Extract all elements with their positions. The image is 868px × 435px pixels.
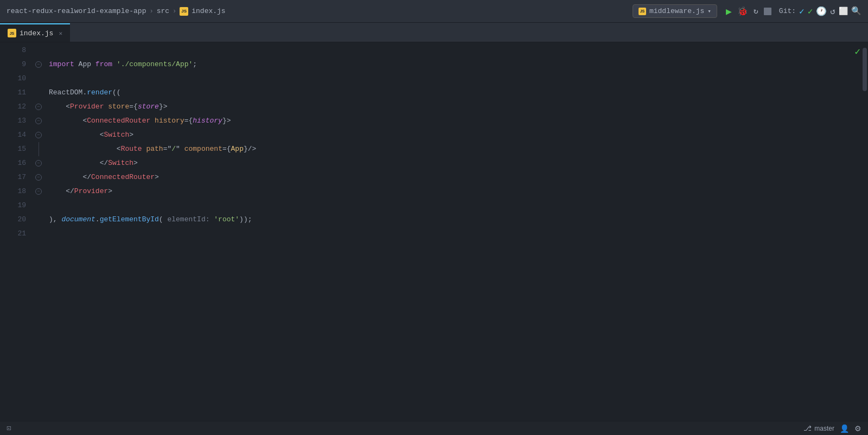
fold-icon-18[interactable]: −: [35, 188, 42, 195]
run-button[interactable]: ▶: [726, 5, 732, 17]
line-num-16: 16: [0, 156, 26, 170]
chevron-icon-2: ›: [173, 8, 176, 15]
toolbar-icons: ▶ 🐞 ↻: [726, 5, 771, 17]
stop-button[interactable]: [764, 8, 771, 15]
method-getelementbyid: getElementById: [100, 213, 159, 227]
fold-icon-12[interactable]: −: [35, 104, 42, 110]
code-line-15: < Route path =" / " component ={ App }/>: [44, 142, 861, 156]
dropdown-filename: middleware.js: [649, 7, 704, 15]
project-name: react-redux-realworld-example-app: [7, 7, 146, 15]
dropdown-js-icon: JS: [639, 8, 646, 15]
git-search-icon[interactable]: 🔍: [851, 6, 861, 16]
fold-gutter: − − − − − − −: [33, 42, 44, 421]
line-num-19: 19: [0, 199, 26, 213]
string-slash: /: [171, 142, 176, 156]
code-line-20: ), document . getElementById ( elementId…: [44, 213, 861, 227]
title-filename: index.js: [192, 7, 225, 15]
fold-icon-14[interactable]: −: [35, 132, 42, 138]
line-num-13: 13: [0, 114, 26, 128]
fold-icon-13[interactable]: −: [35, 118, 42, 124]
string-components-app: './components/App': [117, 57, 193, 72]
attr-path: path: [146, 142, 163, 156]
method-render: render: [87, 86, 112, 100]
line-num-10: 10: [0, 72, 26, 86]
fold-gutter-15: [33, 142, 44, 156]
status-bar-left: ⊡: [7, 424, 11, 433]
js-file-icon: JS: [180, 7, 188, 16]
scrollbar-thumb[interactable]: [863, 48, 867, 91]
code-line-16: </ Switch >: [44, 156, 861, 170]
fold-gutter-16[interactable]: −: [33, 156, 44, 170]
status-bar: ⊡ ⎇ master 👤 ⚙: [0, 421, 868, 435]
code-line-10: [44, 72, 861, 86]
branch-name: master: [814, 425, 834, 432]
settings-icon[interactable]: ⚙: [854, 424, 861, 433]
reload-button[interactable]: ↻: [754, 6, 758, 16]
attr-store: store: [108, 100, 129, 114]
dropdown-arrow-icon: ▾: [707, 8, 711, 15]
attr-value-store: store: [138, 100, 159, 114]
keyword-from: from: [95, 57, 112, 72]
line-num-20: 20: [0, 213, 26, 227]
fold-gutter-12[interactable]: −: [33, 100, 44, 114]
code-line-11: ReactDOM . render ((: [44, 86, 861, 100]
param-elementid: elementId:: [167, 213, 209, 227]
line-num-15: 15: [0, 142, 26, 156]
tab-js-icon: JS: [8, 29, 16, 37]
tag-route: Route: [121, 142, 142, 156]
scrollbar-track[interactable]: [861, 42, 868, 421]
attr-component: component: [184, 142, 222, 156]
code-line-8: [44, 43, 861, 57]
classname-app: App: [231, 142, 244, 156]
code-line-13: < ConnectedRouter history ={ history }>: [44, 114, 861, 128]
file-switcher-dropdown[interactable]: JS middleware.js ▾: [633, 4, 717, 18]
fold-icon-9[interactable]: −: [35, 61, 42, 68]
line-num-18: 18: [0, 184, 26, 199]
git-check-green-icon: ✓: [808, 6, 813, 17]
code-line-12: < Provider store ={ store }>: [44, 100, 861, 114]
code-line-17: </ ConnectedRouter >: [44, 170, 861, 184]
tab-index-js[interactable]: JS index.js ✕: [0, 23, 70, 42]
chevron-icon-1: ›: [149, 8, 153, 15]
branch-icon: ⎇: [803, 424, 812, 432]
git-check-blue-icon: ✓: [799, 6, 805, 17]
code-line-18: </ Provider >: [44, 184, 861, 199]
code-line-19: [44, 199, 861, 213]
fold-icon-16[interactable]: −: [35, 160, 42, 167]
fold-gutter-13[interactable]: −: [33, 114, 44, 128]
user-icon[interactable]: 👤: [840, 424, 849, 433]
layout-icon[interactable]: ⊡: [7, 424, 11, 433]
code-line-9: import App from './components/App' ;: [44, 57, 861, 72]
line-num-9: 9: [0, 57, 26, 72]
fold-icon-17[interactable]: −: [35, 174, 42, 181]
method-document: document: [61, 213, 95, 227]
debug-button[interactable]: 🐞: [737, 6, 748, 17]
git-corner-checkmark: ✓: [854, 46, 860, 57]
tag-provider: Provider: [70, 100, 104, 114]
fold-vline-15: [39, 142, 39, 156]
git-clock-icon[interactable]: 🕐: [816, 6, 827, 17]
attr-history: history: [155, 114, 184, 128]
git-undo-icon[interactable]: ↺: [830, 6, 835, 17]
status-bar-right: ⎇ master 👤 ⚙: [803, 424, 861, 433]
fold-gutter-18[interactable]: −: [33, 184, 44, 199]
fold-gutter-17[interactable]: −: [33, 170, 44, 184]
git-branch-status[interactable]: ⎇ master: [803, 424, 834, 432]
fold-gutter-14[interactable]: −: [33, 128, 44, 142]
fold-gutter-11: [33, 86, 44, 100]
tag-switch-close: Switch: [108, 156, 133, 170]
code-content: import App from './components/App' ; Rea…: [44, 42, 861, 421]
tab-bar: JS index.js ✕: [0, 23, 868, 42]
fold-gutter-10: [33, 72, 44, 86]
keyword-import: import: [49, 57, 74, 72]
line-num-14: 14: [0, 128, 26, 142]
git-label: Git:: [779, 7, 796, 15]
line-num-11: 11: [0, 86, 26, 100]
src-label: src: [157, 7, 169, 15]
fold-gutter-9[interactable]: −: [33, 57, 44, 72]
fold-gutter-19: [33, 199, 44, 213]
git-window-icon[interactable]: ⬜: [839, 7, 848, 16]
line-num-21: 21: [0, 227, 26, 241]
tag-connectedrouter-close: ConnectedRouter: [91, 170, 155, 184]
tab-close-button[interactable]: ✕: [59, 30, 62, 37]
